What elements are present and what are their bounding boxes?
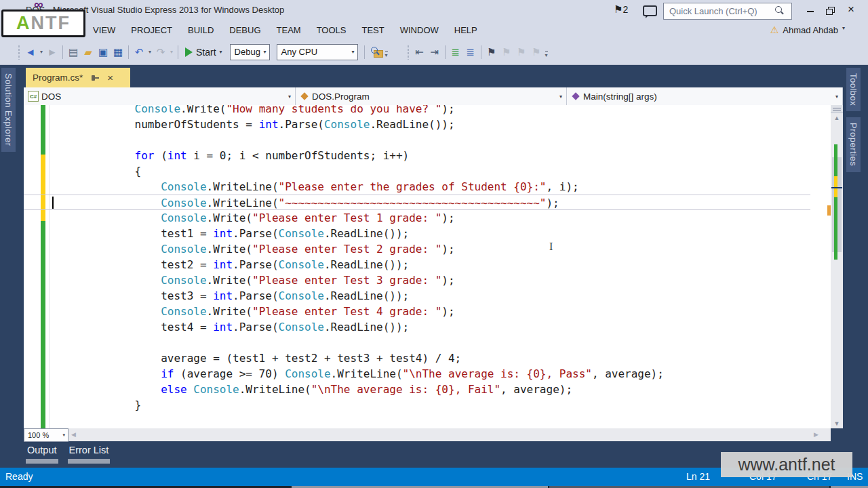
menu-view[interactable]: VIEW	[93, 25, 115, 35]
clear-bookmarks-icon[interactable]: ⚑	[529, 45, 544, 60]
code-line-current: Console.WriteLine("~~~~~~~~~~~~~~~~~~~~~…	[24, 195, 810, 210]
text-editor-toolbar-group: ⇤⇥≣≣⚑⚑⚑⚑	[412, 45, 544, 60]
find-in-files-icon[interactable]	[369, 45, 384, 60]
quick-launch-input[interactable]	[668, 5, 772, 18]
start-debug-button[interactable]: Start ▾	[185, 47, 222, 58]
open-file-icon[interactable]: ▰	[81, 45, 96, 60]
code-line: Console.Write("How many students do you …	[24, 105, 810, 117]
menu-bar: FILEEDITVIEWPROJECTBUILDDEBUGTEAMTOOLSTE…	[0, 20, 868, 39]
toolbar: ◄▾►▤▰▣▦↶▾↷▾ Start ▾ Debug ▾ Any CPU ▾ ▾ …	[0, 39, 868, 65]
panel-tab-toolbox[interactable]: Toolbox	[846, 68, 861, 111]
previous-bookmark-icon[interactable]: ⚑	[499, 45, 514, 60]
title-bar: ∞ DOS - Microsoft Visual Studio Express …	[0, 0, 868, 20]
save-icon[interactable]: ▣	[96, 45, 111, 60]
user-account[interactable]: ⚠ Ahmad Ahdab ▾	[770, 20, 845, 39]
uncomment-lines-icon[interactable]: ≣	[463, 45, 478, 60]
chevron-down-icon: ▾	[288, 94, 291, 100]
scrollbar-change-annotation-saved	[834, 144, 837, 260]
navigate-backward-icon[interactable]: ◄	[23, 45, 38, 60]
status-ready: Ready	[5, 471, 33, 482]
code-line: Console.WriteLine("Please enter the grad…	[24, 179, 810, 195]
antf-watermark-logo: ANTF	[1, 9, 85, 37]
chevron-down-icon: ▾	[352, 49, 355, 55]
new-file-icon[interactable]: ▤	[66, 45, 81, 60]
menu-window[interactable]: WINDOW	[400, 25, 439, 35]
mouse-ibeam-cursor: I	[549, 241, 557, 253]
scroll-up-icon[interactable]: ▲	[831, 115, 843, 121]
editor-splitter-handle[interactable]	[831, 105, 843, 113]
quick-launch-box[interactable]	[663, 3, 792, 20]
undo-icon[interactable]: ↶	[132, 45, 146, 60]
solution-configuration-dropdown[interactable]: Debug ▾	[230, 44, 270, 60]
scroll-right-icon[interactable]: ▶	[814, 431, 818, 438]
menu-help[interactable]: HELP	[454, 25, 477, 35]
tab-close-icon[interactable]: ×	[107, 72, 113, 83]
navigate-backward-caret-icon[interactable]: ▾	[38, 45, 45, 60]
minimize-button[interactable]	[802, 3, 819, 16]
method-icon	[572, 92, 579, 100]
code-line: Console.Write("Please enter Test 1 grade…	[24, 210, 810, 226]
menu-build[interactable]: BUILD	[188, 25, 214, 35]
feedback-icon[interactable]	[643, 5, 657, 16]
bottom-tab-error-list[interactable]: Error List	[68, 445, 111, 464]
bottom-tab-output[interactable]: Output	[26, 445, 58, 464]
toolbar-separator	[445, 45, 446, 59]
redo-icon[interactable]: ↷	[153, 45, 168, 60]
menu-tools[interactable]: TOOLS	[317, 25, 347, 35]
navigate-forward-icon[interactable]: ►	[45, 45, 60, 60]
member-dropdown-value: Main(string[] args)	[583, 92, 657, 102]
menu-team[interactable]: TEAM	[277, 25, 301, 35]
vertical-scrollbar[interactable]: ▲ ▼	[831, 105, 843, 428]
toolbar-separator	[128, 45, 129, 59]
class-dropdown[interactable]: DOS.Program ▾	[296, 87, 567, 105]
warning-icon: ⚠	[770, 24, 779, 35]
comment-lines-icon[interactable]: ≣	[448, 45, 463, 60]
restore-button[interactable]	[822, 3, 840, 16]
left-autohide-tabs: Solution Explorer	[1, 68, 16, 152]
menu-project[interactable]: PROJECT	[131, 25, 172, 35]
code-line	[24, 132, 810, 148]
antf-logo-rest: NTF	[31, 13, 71, 34]
document-tab-program-cs[interactable]: Program.cs* ×	[26, 68, 130, 87]
code-lines: Console.Write("How many students do you …	[24, 105, 831, 413]
panel-tab-properties[interactable]: Properties	[846, 117, 861, 171]
feedback-icon-tail	[646, 15, 649, 18]
search-icon	[775, 6, 782, 13]
chevron-down-icon: ▾	[842, 25, 845, 31]
notifications-flag[interactable]: ⚑2	[614, 3, 628, 16]
toolbar-overflow-icon[interactable]: ▾	[385, 51, 388, 58]
solution-platform-dropdown[interactable]: Any CPU ▾	[277, 44, 358, 60]
code-navigation-bar: C# DOS ▾ DOS.Program ▾ Main(string[] arg…	[24, 87, 843, 106]
start-label: Start	[196, 47, 216, 58]
pin-icon[interactable]	[91, 74, 100, 82]
undo-caret-icon[interactable]: ▾	[146, 45, 153, 60]
save-all-icon[interactable]: ▦	[111, 45, 125, 60]
code-line: else Console.WriteLine("\nThe average is…	[24, 382, 810, 397]
toggle-bookmark-icon[interactable]: ⚑	[484, 45, 499, 60]
close-button[interactable]: ×	[842, 3, 860, 16]
member-dropdown[interactable]: Main(string[] args) ▾	[567, 87, 843, 105]
toolbar-overflow-icon[interactable]: ▾	[545, 51, 548, 58]
toolbar-drag-handle[interactable]	[407, 45, 410, 60]
indent-increase-icon[interactable]: ⇥	[427, 45, 442, 60]
next-bookmark-icon[interactable]: ⚑	[514, 45, 529, 60]
code-line: Console.Write("Please enter Test 4 grade…	[24, 304, 810, 319]
code-line: average = (test1 + test2 + test3 + test4…	[24, 350, 810, 366]
user-name: Ahmad Ahdab	[783, 25, 838, 35]
menu-debug[interactable]: DEBUG	[229, 25, 260, 35]
chevron-down-icon: ▾	[835, 94, 838, 100]
scroll-left-icon[interactable]: ◀	[71, 431, 76, 438]
project-dropdown[interactable]: C# DOS ▾	[24, 87, 296, 105]
code-line: numberOfStudents = int.Parse(Console.Rea…	[24, 117, 810, 132]
zoom-level-dropdown[interactable]: 100 % ▾	[24, 428, 68, 442]
toolbar-drag-handle[interactable]	[18, 45, 20, 60]
panel-tab-solution-explorer[interactable]: Solution Explorer	[1, 68, 16, 152]
redo-caret-icon[interactable]: ▾	[168, 45, 175, 60]
scroll-down-icon[interactable]: ▼	[831, 420, 843, 427]
platform-value: Any CPU	[277, 47, 317, 57]
code-line: test3 = int.Parse(Console.ReadLine());	[24, 288, 810, 304]
flag-icon: ⚑	[614, 3, 623, 15]
code-editor[interactable]: Console.Write("How many students do you …	[24, 105, 831, 428]
menu-test[interactable]: TEST	[362, 25, 384, 35]
indent-decrease-icon[interactable]: ⇤	[412, 45, 427, 60]
